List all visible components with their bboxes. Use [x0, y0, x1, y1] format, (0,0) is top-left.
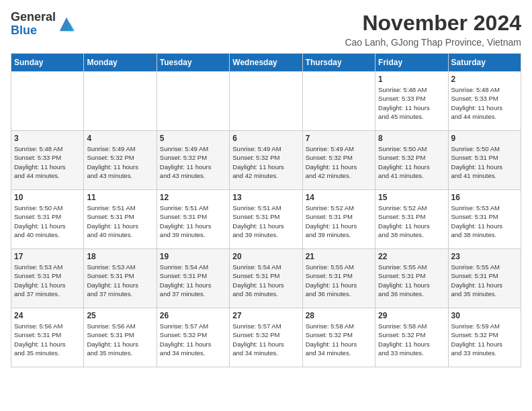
day-number: 20: [232, 252, 299, 261]
month-title: November 2024: [345, 11, 521, 36]
day-number: 24: [14, 311, 81, 320]
day-of-week-header: Wednesday: [230, 54, 302, 72]
logo-icon: [57, 15, 76, 34]
day-number: 4: [87, 134, 153, 143]
day-number: 19: [160, 252, 226, 261]
calendar-cell: 26Sunrise: 5:57 AM Sunset: 5:32 PM Dayli…: [157, 308, 229, 367]
day-info: Sunrise: 5:53 AM Sunset: 5:31 PM Dayligh…: [14, 263, 81, 298]
calendar-cell: [11, 72, 84, 131]
day-info: Sunrise: 5:57 AM Sunset: 5:32 PM Dayligh…: [232, 322, 299, 357]
day-info: Sunrise: 5:49 AM Sunset: 5:32 PM Dayligh…: [306, 144, 372, 180]
day-of-week-header: Thursday: [302, 54, 375, 72]
day-number: 8: [378, 134, 445, 143]
calendar-cell: 29Sunrise: 5:58 AM Sunset: 5:32 PM Dayli…: [375, 308, 448, 367]
calendar-cell: 22Sunrise: 5:55 AM Sunset: 5:31 PM Dayli…: [375, 249, 448, 308]
day-info: Sunrise: 5:51 AM Sunset: 5:31 PM Dayligh…: [232, 203, 299, 239]
day-info: Sunrise: 5:49 AM Sunset: 5:32 PM Dayligh…: [87, 144, 153, 180]
day-of-week-header: Sunday: [11, 54, 84, 72]
day-number: 25: [87, 311, 153, 320]
day-number: 6: [232, 134, 299, 143]
day-number: 17: [14, 252, 81, 261]
calendar-cell: 6Sunrise: 5:49 AM Sunset: 5:32 PM Daylig…: [230, 131, 302, 190]
calendar-cell: 24Sunrise: 5:56 AM Sunset: 5:31 PM Dayli…: [11, 308, 84, 367]
day-info: Sunrise: 5:50 AM Sunset: 5:31 PM Dayligh…: [451, 144, 518, 180]
calendar-cell: 13Sunrise: 5:51 AM Sunset: 5:31 PM Dayli…: [230, 190, 302, 249]
calendar-cell: 4Sunrise: 5:49 AM Sunset: 5:32 PM Daylig…: [84, 131, 157, 190]
day-number: 27: [232, 311, 299, 320]
day-info: Sunrise: 5:54 AM Sunset: 5:31 PM Dayligh…: [160, 263, 226, 298]
day-number: 12: [160, 193, 226, 202]
day-number: 2: [451, 75, 518, 84]
page-header: General Blue November 2024 Cao Lanh, GJo…: [11, 11, 521, 48]
day-info: Sunrise: 5:49 AM Sunset: 5:32 PM Dayligh…: [232, 144, 299, 180]
day-info: Sunrise: 5:55 AM Sunset: 5:31 PM Dayligh…: [378, 263, 445, 298]
calendar-cell: [157, 72, 229, 131]
calendar-cell: 20Sunrise: 5:54 AM Sunset: 5:31 PM Dayli…: [230, 249, 302, 308]
day-number: 3: [14, 134, 81, 143]
day-info: Sunrise: 5:50 AM Sunset: 5:32 PM Dayligh…: [378, 144, 445, 180]
day-info: Sunrise: 5:55 AM Sunset: 5:31 PM Dayligh…: [306, 263, 372, 298]
calendar-cell: 17Sunrise: 5:53 AM Sunset: 5:31 PM Dayli…: [11, 249, 84, 308]
calendar-cell: 11Sunrise: 5:51 AM Sunset: 5:31 PM Dayli…: [84, 190, 157, 249]
calendar-cell: [230, 72, 302, 131]
calendar-cell: 12Sunrise: 5:51 AM Sunset: 5:31 PM Dayli…: [157, 190, 229, 249]
calendar-cell: 2Sunrise: 5:48 AM Sunset: 5:33 PM Daylig…: [448, 72, 521, 131]
day-info: Sunrise: 5:56 AM Sunset: 5:31 PM Dayligh…: [14, 322, 81, 357]
day-info: Sunrise: 5:58 AM Sunset: 5:32 PM Dayligh…: [306, 322, 372, 357]
day-number: 11: [87, 193, 153, 202]
day-number: 14: [306, 193, 372, 202]
day-info: Sunrise: 5:48 AM Sunset: 5:33 PM Dayligh…: [14, 144, 81, 180]
calendar-cell: 30Sunrise: 5:59 AM Sunset: 5:32 PM Dayli…: [448, 308, 521, 367]
calendar-cell: [302, 72, 375, 131]
day-info: Sunrise: 5:50 AM Sunset: 5:31 PM Dayligh…: [14, 203, 81, 239]
day-info: Sunrise: 5:51 AM Sunset: 5:31 PM Dayligh…: [87, 203, 153, 239]
day-number: 9: [451, 134, 518, 143]
calendar-cell: 1Sunrise: 5:48 AM Sunset: 5:33 PM Daylig…: [375, 72, 448, 131]
calendar-cell: 28Sunrise: 5:58 AM Sunset: 5:32 PM Dayli…: [302, 308, 375, 367]
calendar-cell: 7Sunrise: 5:49 AM Sunset: 5:32 PM Daylig…: [302, 131, 375, 190]
day-info: Sunrise: 5:54 AM Sunset: 5:31 PM Dayligh…: [232, 263, 299, 298]
day-info: Sunrise: 5:57 AM Sunset: 5:32 PM Dayligh…: [160, 322, 226, 357]
day-number: 21: [306, 252, 372, 261]
day-of-week-header: Tuesday: [157, 54, 229, 72]
calendar-cell: 27Sunrise: 5:57 AM Sunset: 5:32 PM Dayli…: [230, 308, 302, 367]
day-info: Sunrise: 5:55 AM Sunset: 5:31 PM Dayligh…: [451, 263, 518, 298]
day-number: 1: [378, 75, 445, 84]
calendar-cell: 10Sunrise: 5:50 AM Sunset: 5:31 PM Dayli…: [11, 190, 84, 249]
day-number: 23: [451, 252, 518, 261]
calendar-table: SundayMondayTuesdayWednesdayThursdayFrid…: [11, 53, 521, 367]
day-info: Sunrise: 5:52 AM Sunset: 5:31 PM Dayligh…: [378, 203, 445, 239]
day-info: Sunrise: 5:59 AM Sunset: 5:32 PM Dayligh…: [451, 322, 518, 357]
day-of-week-header: Monday: [84, 54, 157, 72]
calendar-cell: 23Sunrise: 5:55 AM Sunset: 5:31 PM Dayli…: [448, 249, 521, 308]
calendar-cell: 19Sunrise: 5:54 AM Sunset: 5:31 PM Dayli…: [157, 249, 229, 308]
day-info: Sunrise: 5:49 AM Sunset: 5:32 PM Dayligh…: [160, 144, 226, 180]
day-number: 28: [306, 311, 372, 320]
day-number: 7: [306, 134, 372, 143]
day-number: 15: [378, 193, 445, 202]
day-info: Sunrise: 5:48 AM Sunset: 5:33 PM Dayligh…: [451, 85, 518, 121]
day-of-week-header: Friday: [375, 54, 448, 72]
logo-blue: Blue: [11, 24, 37, 37]
title-block: November 2024 Cao Lanh, GJong Thap Provi…: [345, 11, 521, 48]
day-of-week-header: Saturday: [448, 54, 521, 72]
day-number: 16: [451, 193, 518, 202]
calendar-cell: 18Sunrise: 5:53 AM Sunset: 5:31 PM Dayli…: [84, 249, 157, 308]
calendar-cell: 16Sunrise: 5:53 AM Sunset: 5:31 PM Dayli…: [448, 190, 521, 249]
day-number: 5: [160, 134, 226, 143]
day-info: Sunrise: 5:56 AM Sunset: 5:31 PM Dayligh…: [87, 322, 153, 357]
day-number: 13: [232, 193, 299, 202]
calendar-cell: 25Sunrise: 5:56 AM Sunset: 5:31 PM Dayli…: [84, 308, 157, 367]
day-number: 10: [14, 193, 81, 202]
calendar-cell: 15Sunrise: 5:52 AM Sunset: 5:31 PM Dayli…: [375, 190, 448, 249]
day-number: 30: [451, 311, 518, 320]
calendar-cell: 8Sunrise: 5:50 AM Sunset: 5:32 PM Daylig…: [375, 131, 448, 190]
day-number: 18: [87, 252, 153, 261]
calendar-cell: 14Sunrise: 5:52 AM Sunset: 5:31 PM Dayli…: [302, 190, 375, 249]
calendar-cell: [84, 72, 157, 131]
day-info: Sunrise: 5:53 AM Sunset: 5:31 PM Dayligh…: [87, 263, 153, 298]
day-number: 29: [378, 311, 445, 320]
day-number: 22: [378, 252, 445, 261]
logo-general: General: [11, 10, 56, 24]
calendar-cell: 3Sunrise: 5:48 AM Sunset: 5:33 PM Daylig…: [11, 131, 84, 190]
